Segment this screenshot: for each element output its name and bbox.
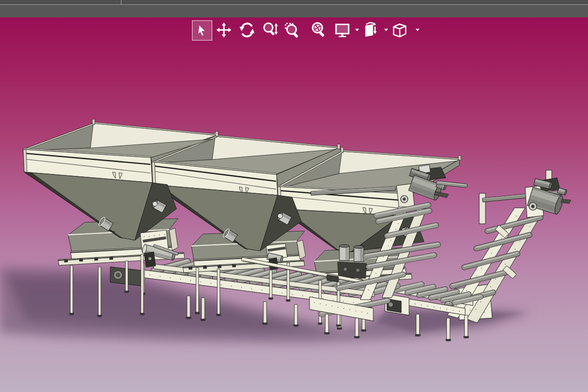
monitor-icon — [333, 20, 352, 40]
cursor-arrow-icon — [192, 21, 212, 40]
chevron-down-icon — [415, 29, 420, 31]
application-window — [0, 0, 588, 392]
full-screen-tool-button[interactable] — [333, 20, 352, 40]
view-orientation-tool-button[interactable] — [390, 20, 409, 40]
magnifier-fit-icon — [309, 20, 329, 40]
pan-tool-button[interactable] — [214, 20, 234, 40]
pan-arrows-icon — [214, 20, 234, 40]
view-orientation-dropdown-caret[interactable] — [414, 20, 421, 40]
3d-viewport[interactable] — [0, 17, 588, 392]
zoom-fit-tool-button[interactable] — [309, 20, 329, 40]
chevron-down-icon — [384, 29, 388, 31]
model-hopper-conveyor-assembly[interactable] — [0, 17, 588, 392]
3d-drawing-view-tool-button[interactable] — [360, 20, 379, 40]
rotate-tool-button[interactable] — [237, 20, 257, 40]
3d-drawing-view-dropdown-caret[interactable] — [382, 20, 389, 40]
full-screen-dropdown-caret[interactable] — [353, 20, 360, 40]
menu-bar[interactable] — [0, 5, 588, 17]
cube-icon — [390, 20, 409, 40]
zoom-area-tool-button[interactable] — [282, 20, 302, 40]
sheet-arrows-icon — [360, 20, 379, 40]
window-titlebar — [0, 0, 588, 5]
view-toolbar — [0, 17, 588, 43]
titlebar-divider — [121, 0, 121, 4]
chevron-down-icon — [355, 29, 359, 31]
magnifier-updown-icon — [261, 20, 280, 40]
rotate-arrows-icon — [237, 20, 257, 40]
select-tool-button[interactable] — [192, 20, 212, 41]
zoom-tool-button[interactable] — [261, 20, 280, 40]
magnifier-marquee-icon — [282, 20, 302, 40]
